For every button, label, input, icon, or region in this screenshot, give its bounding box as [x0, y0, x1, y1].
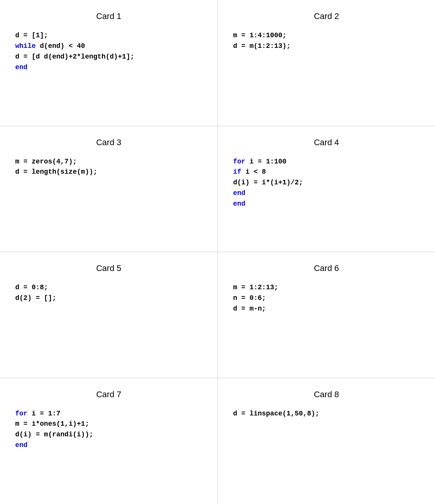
code-line: end [15, 440, 93, 451]
code-text: m = 1:4:1000; [233, 32, 286, 39]
code-text: i < 8 [241, 168, 266, 176]
code-text: d = [d d(end)+2*length(d)+1]; [15, 53, 134, 60]
code-text: d = linspace(1,50,8); [233, 410, 319, 417]
code-line: m = i*ones(1,i)+1; [15, 419, 93, 430]
code-line: d(i) = m(randi(i)); [15, 430, 93, 440]
card3-code: m = zeros(4,7);d = length(size(m)); [15, 157, 97, 178]
code-text: d = 0:8; [15, 284, 48, 291]
code-line: d = linspace(1,50,8); [233, 409, 319, 419]
card5: Card 5d = 0:8;d(2) = []; [0, 252, 218, 378]
code-line: n = 0:6; [233, 293, 278, 304]
code-line: end [233, 188, 303, 199]
card7-title: Card 7 [15, 390, 202, 399]
code-line: d = [d d(end)+2*length(d)+1]; [15, 52, 134, 62]
keyword: end [15, 63, 27, 71]
card2-title: Card 2 [233, 11, 420, 21]
card1-title: Card 1 [15, 11, 202, 21]
card8-code: d = linspace(1,50,8); [233, 409, 319, 419]
card8: Card 8d = linspace(1,50,8); [218, 378, 435, 504]
code-line: m = 1:4:1000; [233, 30, 291, 41]
card3-title: Card 3 [15, 138, 202, 147]
code-line: if i < 8 [233, 167, 303, 178]
code-line: m = zeros(4,7); [15, 157, 97, 167]
code-text: d = [1]; [15, 32, 48, 39]
code-line: for i = 1:100 [233, 157, 303, 167]
card7-code: for i = 1:7 m = i*ones(1,i)+1; d(i) = m(… [15, 409, 93, 451]
keyword: end [15, 441, 27, 449]
card2-code: m = 1:4:1000;d = m(1:2:13); [233, 30, 291, 52]
card2: Card 2m = 1:4:1000;d = m(1:2:13); [218, 0, 435, 126]
code-text: d = m(1:2:13); [233, 42, 291, 50]
card3: Card 3m = zeros(4,7);d = length(size(m))… [0, 126, 218, 252]
code-text: n = 0:6; [233, 294, 266, 302]
code-text: m = i*ones(1,i)+1; [15, 420, 89, 428]
code-text: d(end) < 40 [36, 42, 85, 50]
card6-code: m = 1:2:13;n = 0:6;d = m-n; [233, 282, 278, 314]
code-line: d = 0:8; [15, 282, 56, 293]
code-line: while d(end) < 40 [15, 41, 134, 52]
keyword: for [15, 410, 27, 417]
card7: Card 7for i = 1:7 m = i*ones(1,i)+1; d(i… [0, 378, 218, 504]
code-line: for i = 1:7 [15, 409, 93, 419]
card4: Card 4for i = 1:100 if i < 8 d(i) = i*(i… [218, 126, 435, 252]
code-text: m = 1:2:13; [233, 284, 278, 291]
code-text: m = zeros(4,7); [15, 158, 77, 165]
card4-code: for i = 1:100 if i < 8 d(i) = i*(i+1)/2;… [233, 157, 303, 209]
code-text: d = m-n; [233, 305, 266, 312]
card5-code: d = 0:8;d(2) = []; [15, 282, 56, 304]
code-line: end [15, 62, 134, 73]
code-line: d = length(size(m)); [15, 167, 97, 178]
code-line: d(i) = i*(i+1)/2; [233, 178, 303, 188]
code-text: i = 1:100 [245, 158, 286, 165]
code-text: d(i) = m(randi(i)); [15, 431, 93, 438]
code-line: d(2) = []; [15, 293, 56, 304]
keyword: end [233, 200, 245, 208]
cards-grid: Card 1d = [1];while d(end) < 40 d = [d d… [0, 0, 435, 504]
card6: Card 6m = 1:2:13;n = 0:6;d = m-n; [218, 252, 435, 378]
card1: Card 1d = [1];while d(end) < 40 d = [d d… [0, 0, 218, 126]
keyword: if [233, 168, 241, 176]
code-line: end [233, 199, 303, 209]
code-line: m = 1:2:13; [233, 282, 278, 293]
card6-title: Card 6 [233, 263, 420, 273]
code-line: d = [1]; [15, 30, 134, 41]
code-text: d = length(size(m)); [15, 168, 97, 176]
code-text: i = 1:7 [27, 410, 60, 417]
code-text: d(2) = []; [15, 294, 56, 302]
code-text: d(i) = i*(i+1)/2; [233, 179, 303, 186]
card5-title: Card 5 [15, 263, 202, 273]
keyword: end [233, 189, 245, 197]
keyword: for [233, 158, 245, 165]
keyword: while [15, 42, 36, 50]
card4-title: Card 4 [233, 138, 420, 147]
code-line: d = m-n; [233, 304, 278, 314]
code-line: d = m(1:2:13); [233, 41, 291, 52]
card8-title: Card 8 [233, 390, 420, 399]
card1-code: d = [1];while d(end) < 40 d = [d d(end)+… [15, 30, 134, 73]
